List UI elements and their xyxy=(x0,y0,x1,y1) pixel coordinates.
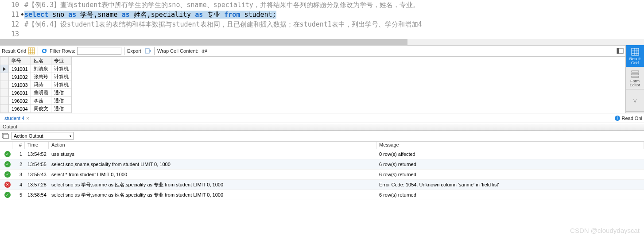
svg-text:⇵A: ⇵A xyxy=(201,49,207,54)
sql-editor[interactable]: 10#【例6.3】查询student表中所有学生的学生的sno、sname、sp… xyxy=(0,0,644,39)
tab-result-grid[interactable]: Result Grid xyxy=(626,45,644,67)
result-tab-label: student 4 xyxy=(4,116,24,121)
svg-rect-18 xyxy=(3,134,8,139)
wrap-icon[interactable]: ⇵A xyxy=(200,47,207,54)
success-icon xyxy=(4,151,11,157)
export-icon[interactable] xyxy=(144,47,151,54)
error-icon xyxy=(4,182,11,188)
result-tabbar: student 4 × i Read Onl xyxy=(0,113,644,123)
output-list-icon[interactable] xyxy=(2,132,9,139)
panel-toggle-icon[interactable] xyxy=(617,47,624,54)
success-icon xyxy=(4,192,11,198)
output-header: Output xyxy=(0,123,644,131)
chevron-down-icon: ⋁ xyxy=(632,97,638,104)
table-row[interactable]: 196004周俊文通信 xyxy=(0,105,72,113)
output-columns: # Time Action Message xyxy=(0,141,644,149)
result-grid-label: Result Grid xyxy=(2,48,26,54)
chevron-down-icon: ▾ xyxy=(70,134,71,138)
log-row[interactable]: 313:55:43select * from student LIMIT 0, … xyxy=(0,170,644,180)
filter-rows-label: Filter Rows: xyxy=(50,48,75,54)
scrollbar-thumb[interactable] xyxy=(0,39,407,45)
tab-form-editor-label: Form Editor xyxy=(626,79,644,87)
col-action: Action xyxy=(49,142,376,149)
output-controls: Action Output ▾ xyxy=(0,131,644,141)
grid-icon[interactable] xyxy=(28,47,35,54)
svg-rect-9 xyxy=(632,48,639,55)
table-row[interactable]: 196002李茜通信 xyxy=(0,97,72,105)
result-tab[interactable]: student 4 × xyxy=(2,115,32,122)
output-title: Output xyxy=(3,124,17,129)
column-header[interactable]: 专业 xyxy=(51,57,71,65)
log-row[interactable]: 113:54:52use stusys0 row(s) affected xyxy=(0,149,644,159)
output-type-value: Action Output xyxy=(14,133,43,139)
table-row[interactable]: 196001董明霞通信 xyxy=(0,89,72,97)
svg-rect-0 xyxy=(28,48,35,54)
col-message: Message xyxy=(376,142,644,149)
output-log[interactable]: 113:54:52use stusys0 row(s) affected213:… xyxy=(0,149,644,200)
svg-rect-16 xyxy=(632,76,639,77)
tab-more[interactable]: ⋁ xyxy=(626,89,644,112)
log-row[interactable]: 413:57:28select sno as 学号,sanme as 姓名,sp… xyxy=(0,180,644,190)
success-icon xyxy=(4,171,11,178)
column-header[interactable]: 学号 xyxy=(9,57,31,65)
table-row[interactable]: 191003冯涛计算机 xyxy=(0,81,72,89)
svg-rect-8 xyxy=(617,48,619,54)
export-label: Export: xyxy=(127,48,143,54)
watermark: CSDN @cloudydayscat xyxy=(570,227,640,234)
table-row[interactable]: 191001刘清泉计算机 xyxy=(0,65,72,73)
right-tab-strip: Result Grid Form Editor ⋁ xyxy=(625,45,644,113)
tab-result-grid-label: Result Grid xyxy=(626,57,644,65)
table-row[interactable]: 191002张慧玲计算机 xyxy=(0,73,72,81)
col-time: Time xyxy=(25,142,49,149)
col-num: # xyxy=(12,142,25,149)
result-toolbar: Result Grid Filter Rows: Export: Wrap Ce… xyxy=(0,45,625,57)
svg-rect-14 xyxy=(632,71,639,72)
output-type-dropdown[interactable]: Action Output ▾ xyxy=(12,132,74,140)
success-icon xyxy=(4,161,11,167)
log-row[interactable]: 513:58:54select sno as 学号,sname as 姓名,sp… xyxy=(0,190,644,200)
wrap-label: Wrap Cell Content: xyxy=(157,48,198,54)
readonly-label: Read Onl xyxy=(622,116,642,121)
horizontal-scrollbar[interactable] xyxy=(0,39,644,45)
info-icon: i xyxy=(615,116,620,121)
column-header[interactable]: 姓名 xyxy=(31,57,51,65)
svg-rect-5 xyxy=(145,49,149,53)
svg-rect-15 xyxy=(632,74,639,75)
tab-form-editor[interactable]: Form Editor xyxy=(626,67,644,89)
log-row[interactable]: 213:54:55select sno,sname,speciality fro… xyxy=(0,159,644,170)
close-icon[interactable]: × xyxy=(26,116,29,121)
filter-rows-input[interactable] xyxy=(77,47,121,55)
result-grid-table[interactable]: 学号姓名专业 191001刘清泉计算机191002张慧玲计算机191003冯涛计… xyxy=(0,57,72,113)
refresh-icon[interactable] xyxy=(41,47,48,54)
